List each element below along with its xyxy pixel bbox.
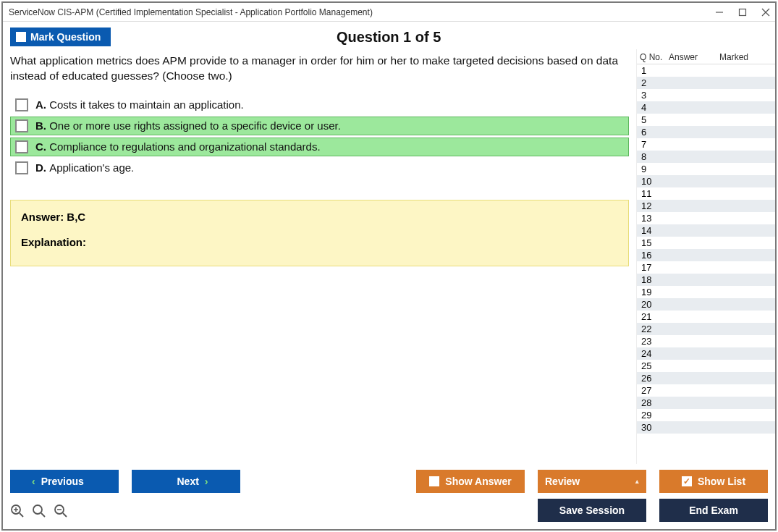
- question-list-row[interactable]: 7: [637, 138, 775, 151]
- titlebar-text: ServiceNow CIS-APM (Certified Implementa…: [9, 7, 714, 17]
- question-list-row[interactable]: 18: [637, 274, 775, 286]
- window-controls: [714, 7, 771, 17]
- option-label: D. Application's age.: [35, 161, 134, 174]
- explanation-label: Explanation:: [21, 236, 618, 248]
- chevron-right-icon: ›: [205, 476, 208, 487]
- question-list-row[interactable]: 27: [637, 384, 775, 397]
- question-list-row[interactable]: 1: [637, 64, 775, 77]
- minimize-icon[interactable]: [714, 7, 724, 17]
- maximize-icon[interactable]: [737, 7, 748, 17]
- header-row: Mark Question Question 1 of 5: [3, 22, 775, 49]
- col-qno: Q No.: [640, 52, 669, 62]
- question-list-row[interactable]: 24: [637, 347, 775, 360]
- option-label: A. Costs it takes to maintain an applica…: [35, 98, 244, 111]
- question-counter: Question 1 of 5: [111, 29, 667, 46]
- next-button[interactable]: Next ›: [132, 470, 240, 493]
- close-icon[interactable]: [761, 7, 771, 17]
- question-list-row[interactable]: 11: [637, 187, 775, 200]
- svg-line-11: [63, 513, 67, 517]
- question-list-row[interactable]: 22: [637, 323, 775, 335]
- question-list-header: Q No. Answer Marked: [637, 51, 775, 64]
- question-list-row[interactable]: 21: [637, 311, 775, 323]
- answer-panel: Answer: B,C Explanation:: [10, 200, 629, 266]
- show-list-label: Show List: [698, 476, 745, 487]
- zoom-reset-icon[interactable]: [32, 504, 46, 518]
- zoom-controls: [10, 502, 68, 518]
- chevron-left-icon: ‹: [32, 476, 35, 487]
- answer-option[interactable]: D. Application's age.: [10, 159, 629, 177]
- save-session-button[interactable]: Save Session: [538, 499, 646, 522]
- col-marked: Marked: [719, 52, 772, 62]
- answer-line: Answer: B,C: [21, 211, 618, 223]
- save-session-label: Save Session: [559, 504, 625, 516]
- question-list-row[interactable]: 6: [637, 126, 775, 138]
- footer-row-1: ‹ Previous Next › Show Answer Review ▴ S…: [10, 470, 768, 493]
- app-window: ServiceNow CIS-APM (Certified Implementa…: [1, 1, 777, 531]
- question-list-row[interactable]: 30: [637, 421, 775, 434]
- show-list-button[interactable]: Show List: [659, 470, 768, 493]
- option-checkbox[interactable]: [15, 119, 28, 132]
- footer: ‹ Previous Next › Show Answer Review ▴ S…: [3, 464, 775, 529]
- mark-question-label: Mark Question: [30, 31, 101, 43]
- review-button[interactable]: Review ▴: [538, 470, 646, 493]
- show-answer-checkbox-icon: [429, 476, 439, 486]
- end-exam-button[interactable]: End Exam: [659, 499, 768, 522]
- question-list-row[interactable]: 10: [637, 175, 775, 187]
- answer-option[interactable]: C. Compliance to regulations and organiz…: [10, 138, 629, 156]
- answer-option[interactable]: B. One or more use rights assigned to a …: [10, 117, 629, 135]
- show-answer-button[interactable]: Show Answer: [416, 470, 525, 493]
- next-label: Next: [177, 476, 198, 487]
- main-column: What application metrics does APM provid…: [3, 49, 636, 464]
- review-label: Review: [545, 476, 580, 487]
- question-list-row[interactable]: 3: [637, 89, 775, 101]
- zoom-in-icon[interactable]: [10, 504, 25, 518]
- question-list-row[interactable]: 13: [637, 212, 775, 224]
- titlebar: ServiceNow CIS-APM (Certified Implementa…: [3, 3, 775, 22]
- option-label: B. One or more use rights assigned to a …: [35, 119, 341, 132]
- question-list[interactable]: 1234567891011121314151617181920212223242…: [637, 64, 775, 464]
- mark-checkbox-icon: [16, 32, 26, 42]
- col-answer: Answer: [669, 52, 719, 62]
- svg-rect-1: [740, 9, 746, 15]
- options-list: A. Costs it takes to maintain an applica…: [10, 96, 629, 180]
- question-list-row[interactable]: 17: [637, 261, 775, 274]
- footer-row-2: Save Session End Exam: [10, 499, 768, 522]
- answer-option[interactable]: A. Costs it takes to maintain an applica…: [10, 96, 629, 114]
- end-exam-label: End Exam: [689, 504, 738, 516]
- question-list-row[interactable]: 15: [637, 237, 775, 249]
- svg-line-5: [20, 513, 23, 517]
- show-answer-label: Show Answer: [445, 476, 511, 487]
- svg-line-9: [41, 513, 45, 517]
- question-list-row[interactable]: 12: [637, 200, 775, 212]
- question-list-row[interactable]: 23: [637, 335, 775, 347]
- option-checkbox[interactable]: [15, 161, 28, 174]
- previous-label: Previous: [41, 476, 84, 487]
- question-list-row[interactable]: 28: [637, 397, 775, 409]
- question-list-row[interactable]: 5: [637, 114, 775, 126]
- svg-point-8: [33, 505, 42, 514]
- show-list-checkbox-icon: [682, 476, 692, 486]
- question-list-row[interactable]: 26: [637, 372, 775, 384]
- question-list-panel: Q No. Answer Marked 12345678910111213141…: [636, 49, 775, 464]
- dropdown-triangle-icon: ▴: [635, 478, 639, 485]
- question-list-row[interactable]: 4: [637, 101, 775, 114]
- question-list-row[interactable]: 19: [637, 286, 775, 298]
- body: What application metrics does APM provid…: [3, 49, 775, 464]
- previous-button[interactable]: ‹ Previous: [10, 470, 119, 493]
- option-label: C. Compliance to regulations and organiz…: [35, 140, 321, 153]
- mark-question-button[interactable]: Mark Question: [10, 28, 111, 46]
- question-list-row[interactable]: 9: [637, 163, 775, 175]
- question-list-row[interactable]: 25: [637, 360, 775, 372]
- question-list-row[interactable]: 20: [637, 298, 775, 311]
- question-list-row[interactable]: 14: [637, 224, 775, 237]
- option-checkbox[interactable]: [15, 140, 28, 153]
- question-list-row[interactable]: 8: [637, 151, 775, 163]
- zoom-out-icon[interactable]: [54, 504, 68, 518]
- question-list-row[interactable]: 16: [637, 249, 775, 261]
- question-text: What application metrics does APM provid…: [10, 54, 629, 84]
- question-list-row[interactable]: 29: [637, 409, 775, 421]
- question-list-row[interactable]: 2: [637, 77, 775, 89]
- option-checkbox[interactable]: [15, 98, 28, 111]
